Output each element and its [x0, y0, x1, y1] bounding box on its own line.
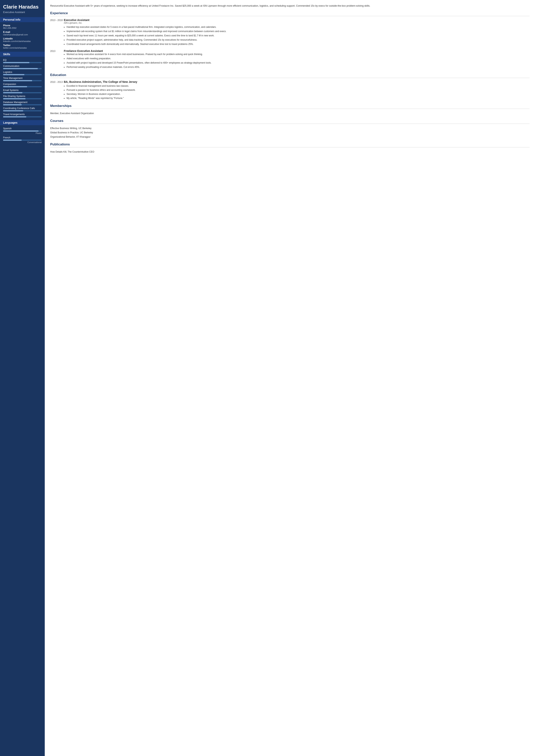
skill-bar-bg: [3, 104, 42, 105]
bullet-item: Aided executives with meeting preparatio…: [67, 57, 529, 60]
skill-bar-bg: [3, 74, 42, 75]
personal-info-heading: Personal Info: [0, 17, 45, 22]
publications-section: Publications How Details Kill, The Count…: [50, 143, 529, 154]
email-label: E-mail: [3, 31, 42, 34]
language-name: Spanish: [3, 127, 42, 130]
experience-heading: Experience: [50, 11, 529, 16]
language-item: Spanish Fluent: [3, 127, 42, 134]
skill-item: Coordinating Conference Calls: [3, 107, 42, 111]
skill-bar-fill: [3, 74, 24, 75]
skill-item: EQ: [3, 59, 42, 63]
exp-content: Executive Assistant ISN Lipmann, Inc. Ha…: [64, 18, 529, 47]
skill-name: Travel Arrangements: [3, 113, 42, 116]
phone-label: Phone: [3, 24, 42, 27]
bullet-item: Performed weekly proofreading of executi…: [67, 65, 529, 69]
skill-name: Coordinating Conference Calls: [3, 107, 42, 110]
skill-bar-bg: [3, 98, 42, 99]
education-heading: Education: [50, 73, 529, 78]
skill-name: EQ: [3, 59, 42, 62]
skill-item: Travel Arrangements: [3, 113, 42, 118]
skill-bar-fill: [3, 68, 38, 69]
edu-content: BA, Business Administration, The College…: [64, 80, 529, 100]
skills-list: EQ Communication Logistics Time Manageme…: [3, 59, 42, 118]
exp-dates: 2013: [50, 49, 64, 69]
bullet-item: Assisted with project logistics and deve…: [67, 61, 529, 65]
language-bar-bg: [3, 130, 42, 132]
memberships-list: Member, Executive Assistant Organization: [50, 111, 529, 116]
linkedin-contact: LinkedIn linkedin.com/in/clarieharadas: [3, 37, 42, 42]
edu-degree: BA, Business Administration, The College…: [64, 80, 529, 83]
email-contact: E-mail clarieharadas@gmail.com: [3, 31, 42, 36]
skill-bar-fill: [3, 110, 23, 111]
bullet-item: Implemented call-recording system that c…: [67, 30, 529, 33]
edu-dates: 2010 - 2013: [50, 80, 64, 100]
exp-bullets: Handled top executive assistant duties f…: [64, 25, 529, 46]
skill-name: Compassion: [3, 83, 42, 86]
phone-value: 862-208-2592: [3, 27, 42, 29]
skill-bar-fill: [3, 86, 27, 87]
skill-bar-bg: [3, 68, 42, 69]
skill-item: Communication: [3, 65, 42, 69]
experience-entry: 2013 Freelance Executive Assistant Worke…: [50, 49, 529, 69]
publications-list: How Details Kill, The Counterintuitive C…: [50, 150, 529, 154]
skill-bar-bg: [3, 80, 42, 81]
skill-bar-bg: [3, 116, 42, 118]
twitter-contact: Twitter twitter.com/clarieharadas: [3, 44, 42, 49]
skill-bar-fill: [3, 98, 25, 99]
language-level: Fluent: [3, 132, 42, 134]
skill-name: File-Sharing Systems: [3, 95, 42, 97]
skill-bar-fill: [3, 104, 22, 105]
language-level: Conversational: [3, 141, 42, 144]
courses-heading: Courses: [50, 119, 529, 124]
skill-name: Database Management: [3, 101, 42, 104]
exp-job-title: Executive Assistant: [64, 18, 529, 22]
bullet-item: Saved each top-level exec 11 hours per w…: [67, 34, 529, 37]
bullet-item: Excelled in financial management and bus…: [67, 84, 529, 88]
phone-contact: Phone 862-208-2592: [3, 24, 42, 29]
course-item: Global Business in Practice, UC Berkeley: [50, 130, 529, 135]
skill-bar-fill: [3, 116, 26, 118]
publications-heading: Publications: [50, 143, 529, 148]
edu-bullets: Excelled in financial management and bus…: [64, 84, 529, 100]
courses-list: Effective Business Writing, UC BerkeleyG…: [50, 126, 529, 139]
exp-company: ISN Lipmann, Inc.: [64, 22, 529, 24]
experience-list: 2013 - 2018 Executive Assistant ISN Lipm…: [50, 18, 529, 69]
skill-item: Logistics: [3, 71, 42, 75]
skill-item: Compassion: [3, 83, 42, 87]
skill-name: Logistics: [3, 71, 42, 73]
language-name: French: [3, 136, 42, 139]
language-item: French Conversational: [3, 136, 42, 144]
skill-name: Communication: [3, 65, 42, 68]
bullet-item: Pursued a passion for business ethics an…: [67, 88, 529, 92]
skill-name: Email Systems: [3, 89, 42, 92]
exp-dates: 2013 - 2018: [50, 18, 64, 47]
twitter-value: twitter.com/clarieharadas: [3, 47, 42, 49]
skill-name: Time Management: [3, 77, 42, 79]
bullet-item: Provided executive project support, admi…: [67, 38, 529, 41]
exp-content: Freelance Executive Assistant Worked as …: [64, 49, 529, 69]
bullet-item: Secretary, Women in Business student org…: [67, 92, 529, 96]
skill-item: Time Management: [3, 77, 42, 81]
education-section: Education 2010 - 2013 BA, Business Admin…: [50, 73, 529, 100]
skill-item: Database Management: [3, 101, 42, 105]
membership-item: Member, Executive Assistant Organization: [50, 111, 529, 116]
publication-item: How Details Kill, The Counterintuitive C…: [50, 150, 529, 154]
candidate-name: Clarie Haradas: [3, 4, 42, 10]
skill-bar-fill: [3, 62, 29, 63]
skill-bar-bg: [3, 86, 42, 87]
course-item: Effective Business Writing, UC Berkeley: [50, 126, 529, 130]
twitter-label: Twitter: [3, 44, 42, 47]
summary-text: Resourceful Executive Assistant with 5+ …: [50, 4, 529, 8]
memberships-heading: Memberships: [50, 104, 529, 109]
bullet-item: Coordinated travel arrangements both dom…: [67, 42, 529, 46]
bullet-item: Handled top executive assistant duties f…: [67, 25, 529, 29]
bullet-item: Worked as temp executive assistant for 4…: [67, 52, 529, 56]
skill-bar-bg: [3, 110, 42, 111]
memberships-section: Memberships Member, Executive Assistant …: [50, 104, 529, 116]
linkedin-label: LinkedIn: [3, 37, 42, 40]
exp-job-title: Freelance Executive Assistant: [64, 49, 529, 52]
linkedin-value: linkedin.com/in/clarieharadas: [3, 40, 42, 42]
languages-list: Spanish Fluent French Conversational: [3, 127, 42, 144]
bullet-item: My article, "Reading Minds" was reprinte…: [67, 96, 529, 100]
experience-section: Experience 2013 - 2018 Executive Assista…: [50, 11, 529, 69]
